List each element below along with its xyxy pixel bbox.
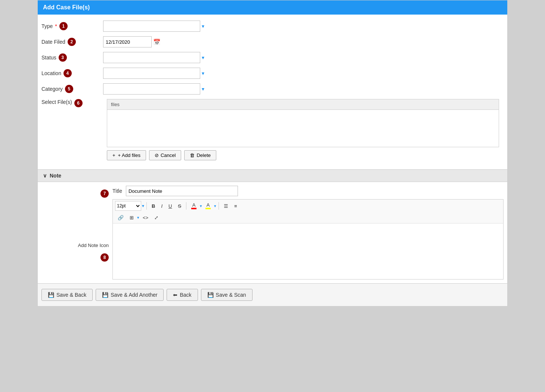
note-header: ∨ Note xyxy=(38,169,507,182)
strikethrough-button[interactable]: S xyxy=(175,202,184,210)
trash-icon: 🗑 xyxy=(190,152,195,158)
cancel-icon: ⊘ xyxy=(155,152,159,158)
category-input[interactable] xyxy=(103,83,200,95)
back-label: Back xyxy=(180,292,191,298)
date-filed-label: Date Filed 2 xyxy=(41,38,103,46)
category-control xyxy=(103,83,504,95)
code-button[interactable]: <> xyxy=(140,214,151,222)
category-dropdown-icon[interactable] xyxy=(202,86,204,92)
ordered-list-button[interactable]: ≡ xyxy=(232,202,240,210)
delete-files-button[interactable]: 🗑 Delete xyxy=(184,150,216,160)
cancel-files-button[interactable]: ⊘ Cancel xyxy=(149,150,181,160)
files-buttons: + + Add files ⊘ Cancel 🗑 Delete xyxy=(107,150,499,160)
step-badge-7: 7 xyxy=(100,189,109,198)
highlight-letter: A xyxy=(207,202,210,208)
step-badge-1: 1 xyxy=(59,22,68,30)
save-scan-icon: 💾 xyxy=(207,292,214,298)
category-row: Category 5 xyxy=(38,81,507,97)
page-title: Add Case File(s) xyxy=(38,0,507,15)
status-row: Status 3 xyxy=(38,50,507,65)
save-back-button[interactable]: 💾 Save & Back xyxy=(41,289,93,301)
step-badge-6: 6 xyxy=(74,99,83,107)
highlight-dropdown-icon[interactable] xyxy=(214,204,216,209)
font-color-dropdown-icon[interactable] xyxy=(200,204,202,209)
status-input[interactable] xyxy=(103,52,200,63)
back-icon: ⬅ xyxy=(173,292,177,298)
underline-button[interactable]: U xyxy=(166,202,174,210)
save-add-another-label: Save & Add Another xyxy=(111,292,157,298)
status-label: Status 3 xyxy=(41,53,103,62)
date-filed-control: 📅 xyxy=(103,36,504,47)
toolbar-sep-2 xyxy=(186,202,186,210)
save-scan-label: Save & Scan xyxy=(216,292,246,298)
type-label: Type* 1 xyxy=(41,22,103,30)
files-header: files xyxy=(107,99,499,110)
status-dropdown-icon[interactable] xyxy=(202,55,204,61)
note-left: 7 Add Note Icon 8 xyxy=(41,186,109,262)
editor-toolbar-row2: 🔗 ⊞ <> ⤢ xyxy=(112,212,504,223)
save-scan-button[interactable]: 💾 Save & Scan xyxy=(201,289,253,301)
title-row: Title xyxy=(112,186,504,196)
table-button[interactable]: ⊞ xyxy=(127,214,136,222)
add-files-button[interactable]: + + Add files xyxy=(107,150,146,160)
note-right: Title 8pt 10pt 12pt 14pt 16pt 18pt 24pt xyxy=(112,186,504,280)
highlight-button[interactable]: A xyxy=(203,201,213,211)
location-control xyxy=(103,68,504,79)
font-color-swatch xyxy=(191,208,196,209)
select-files-section: Select File(s) 6 files + + Add files ⊘ C… xyxy=(38,97,507,163)
plus-icon: + xyxy=(112,152,115,158)
select-files-label: Select File(s) 6 xyxy=(41,99,103,107)
note-editor[interactable] xyxy=(112,223,504,280)
font-size-dropdown-icon[interactable] xyxy=(142,203,144,209)
location-row: Location 4 xyxy=(38,65,507,81)
add-note-icon-label: Add Note Icon xyxy=(78,243,109,248)
location-dropdown-icon[interactable] xyxy=(202,70,204,76)
step-badge-5: 5 xyxy=(65,85,73,93)
note-header-label: Note xyxy=(50,173,61,179)
files-area: files + + Add files ⊘ Cancel 🗑 xyxy=(107,99,499,160)
toolbar-sep-3 xyxy=(219,202,219,210)
editor-toolbar: 8pt 10pt 12pt 14pt 16pt 18pt 24pt 36pt B xyxy=(112,199,504,212)
date-filed-row: Date Filed 2 📅 xyxy=(38,34,507,50)
step-badge-4: 4 xyxy=(64,69,72,77)
font-color-letter: A xyxy=(192,202,196,208)
highlight-swatch xyxy=(205,208,211,209)
save-add-another-button[interactable]: 💾 Save & Add Another xyxy=(96,289,164,301)
font-size-select[interactable]: 8pt 10pt 12pt 14pt 16pt 18pt 24pt 36pt xyxy=(115,201,141,211)
bold-button[interactable]: B xyxy=(149,202,158,210)
date-filed-input[interactable] xyxy=(103,36,152,47)
category-label: Category 5 xyxy=(41,85,103,93)
font-color-button[interactable]: A xyxy=(189,201,199,211)
note-title-input[interactable] xyxy=(126,186,238,196)
note-section: ∨ Note 7 Add Note Icon 8 Title xyxy=(38,169,507,283)
note-body: 7 Add Note Icon 8 Title xyxy=(38,182,507,283)
note-collapse-icon[interactable]: ∨ xyxy=(43,173,47,179)
back-button[interactable]: ⬅ Back xyxy=(167,289,198,301)
footer-buttons: 💾 Save & Back 💾 Save & Add Another ⬅ Bac… xyxy=(38,283,507,306)
table-dropdown-icon[interactable] xyxy=(137,215,139,220)
type-row: Type* 1 xyxy=(38,18,507,34)
note-title-label: Title xyxy=(112,188,122,194)
save-back-label: Save & Back xyxy=(56,292,86,298)
step-badge-2: 2 xyxy=(68,38,76,46)
link-button[interactable]: 🔗 xyxy=(115,214,126,222)
unordered-list-button[interactable]: ☰ xyxy=(221,202,231,210)
save-back-icon: 💾 xyxy=(48,292,54,298)
fullscreen-button[interactable]: ⤢ xyxy=(152,214,161,222)
type-input[interactable] xyxy=(103,21,200,32)
location-label: Location 4 xyxy=(41,69,103,77)
toolbar-sep-1 xyxy=(146,202,147,210)
calendar-icon[interactable]: 📅 xyxy=(153,38,161,46)
step-badge-8: 8 xyxy=(100,253,109,262)
files-dropzone[interactable] xyxy=(107,110,499,147)
location-input[interactable] xyxy=(103,68,200,79)
note-row: 7 Add Note Icon 8 Title xyxy=(41,186,504,280)
type-control xyxy=(103,21,504,32)
save-add-icon: 💾 xyxy=(102,292,108,298)
step-badge-3: 3 xyxy=(59,53,67,62)
italic-button[interactable]: I xyxy=(158,202,165,210)
status-control xyxy=(103,52,504,63)
type-dropdown-icon[interactable] xyxy=(202,23,204,29)
